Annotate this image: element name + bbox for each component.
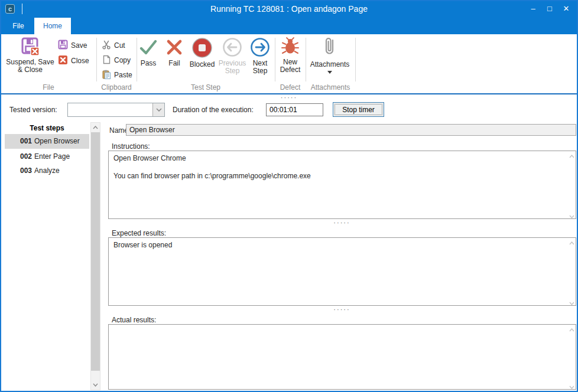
- scroll-up-hint-icon[interactable]: [569, 325, 574, 334]
- tested-version-combobox[interactable]: [67, 103, 165, 117]
- step-detail-panel: Name: Instructions: Open Browser Chrome …: [107, 122, 577, 391]
- tested-version-label: Tested version:: [9, 106, 57, 114]
- close-window-button[interactable]: ✕: [558, 0, 574, 18]
- suspend-save-close-button[interactable]: Suspend, Save & Close: [5, 37, 56, 74]
- expected-results-label: Expected results:: [112, 229, 166, 237]
- fail-x-icon: [164, 51, 185, 60]
- save-button[interactable]: Save: [58, 40, 87, 51]
- test-steps-title: Test steps: [5, 124, 89, 132]
- instructions-textarea[interactable]: Open Browser Chrome You can find browser…: [108, 151, 576, 219]
- step-item-002[interactable]: 002Enter Page: [5, 149, 89, 164]
- previous-arrow-icon: [222, 51, 243, 60]
- titlebar: c Running TC 128081 : Open andagon Page …: [0, 0, 578, 18]
- copy-button[interactable]: Copy: [102, 55, 131, 66]
- step-item-003[interactable]: 003Analyze: [5, 164, 89, 178]
- paste-icon: [102, 70, 111, 81]
- close-label: Close: [71, 57, 89, 65]
- group-separator: [355, 38, 356, 81]
- splitter-dots-icon[interactable]: ·····: [107, 220, 577, 226]
- window-title: Running TC 128081 : Open andagon Page: [0, 0, 578, 18]
- cut-icon: [102, 40, 111, 51]
- close-icon: [58, 55, 68, 67]
- group-separator: [96, 38, 97, 81]
- minimize-button[interactable]: –: [525, 0, 541, 18]
- step-label: Open Browser: [34, 137, 80, 145]
- group-separator: [306, 38, 306, 81]
- cut-label: Cut: [114, 41, 125, 50]
- clipboard-group-label: Clipboard: [97, 83, 136, 92]
- maximize-button[interactable]: □: [541, 0, 558, 18]
- step-number: 001: [20, 137, 32, 145]
- actual-results-label: Actual results:: [112, 316, 156, 324]
- cut-button[interactable]: Cut: [102, 40, 125, 51]
- previous-step-button: Previous Step: [217, 37, 247, 75]
- splitter-dots-icon[interactable]: ·····: [1, 94, 577, 100]
- blocked-stop-icon: [191, 53, 213, 61]
- duration-label: Duration of the execution:: [173, 106, 254, 114]
- teststep-group-label: Test Step: [137, 83, 274, 92]
- test-steps-panel: Test steps 001Open Browser 002Enter Page…: [5, 122, 100, 391]
- new-defect-button[interactable]: New Defect: [276, 37, 304, 74]
- next-step-label-2: Step: [247, 67, 273, 75]
- tab-home[interactable]: Home: [34, 18, 71, 34]
- fail-button[interactable]: Fail: [162, 37, 187, 67]
- expected-results-textarea[interactable]: Browser is opened: [108, 237, 576, 306]
- step-item-001[interactable]: 001Open Browser: [5, 134, 89, 149]
- defect-group-label: Defect: [275, 83, 305, 92]
- scroll-up-icon[interactable]: [91, 123, 100, 132]
- main-area: Test steps 001Open Browser 002Enter Page…: [1, 122, 577, 391]
- scroll-down-icon[interactable]: [91, 380, 100, 390]
- next-arrow-icon: [249, 51, 271, 60]
- fail-label: Fail: [162, 60, 187, 67]
- scroll-down-hint-icon[interactable]: [569, 212, 574, 220]
- combo-dropdown-button[interactable]: [152, 103, 164, 116]
- duration-input[interactable]: [266, 103, 323, 116]
- chevron-down-icon: [156, 108, 162, 112]
- attachments-group-label: Attachments: [306, 83, 355, 92]
- pass-check-icon: [138, 51, 159, 60]
- scroll-down-hint-icon[interactable]: [569, 299, 574, 307]
- scroll-up-hint-icon[interactable]: [569, 239, 574, 247]
- group-separator: [275, 38, 275, 81]
- new-defect-label-2: Defect: [276, 66, 304, 74]
- bug-icon: [280, 50, 300, 58]
- blocked-label: Blocked: [187, 61, 217, 68]
- paste-label: Paste: [114, 71, 132, 79]
- pass-label: Pass: [135, 60, 162, 67]
- scrollbar-thumb[interactable]: [91, 132, 100, 371]
- step-label: Enter Page: [34, 152, 70, 161]
- previous-step-label-2: Step: [217, 67, 247, 75]
- suspend-save-close-label-2: & Close: [5, 66, 56, 74]
- paste-button[interactable]: Paste: [102, 70, 132, 80]
- ribbon: Suspend, Save & Close Save Close: [1, 34, 577, 94]
- save-label: Save: [71, 41, 87, 50]
- attachments-label: Attachments: [307, 61, 353, 68]
- next-step-button[interactable]: Next Step: [247, 37, 273, 75]
- paperclip-icon: [320, 53, 340, 61]
- file-group-label: File: [1, 83, 96, 92]
- save-icon: [58, 40, 68, 51]
- close-button[interactable]: Close: [58, 55, 89, 66]
- suspend-save-icon: [20, 50, 40, 58]
- step-name-input[interactable]: [126, 124, 576, 136]
- step-number: 003: [20, 166, 32, 175]
- tab-file[interactable]: File: [5, 18, 32, 34]
- actual-results-textarea[interactable]: [108, 324, 576, 390]
- step-number: 002: [20, 152, 32, 161]
- attachments-button[interactable]: Attachments: [307, 35, 353, 74]
- execution-bar: ····· Tested version: Duration of the ex…: [1, 94, 577, 122]
- stop-timer-button[interactable]: Stop timer: [333, 102, 384, 117]
- instructions-label: Instructions:: [112, 142, 150, 151]
- step-label: Analyze: [34, 166, 60, 175]
- pass-button[interactable]: Pass: [135, 37, 162, 67]
- ribbon-tab-row: File Home: [0, 18, 578, 34]
- steps-scrollbar[interactable]: [90, 122, 100, 390]
- attachments-dropdown-icon[interactable]: [327, 71, 332, 74]
- copy-icon: [102, 55, 111, 66]
- scroll-up-hint-icon[interactable]: [569, 152, 574, 160]
- scroll-down-hint-icon[interactable]: [569, 383, 574, 391]
- copy-label: Copy: [114, 56, 131, 64]
- blocked-button[interactable]: Blocked: [187, 37, 217, 68]
- splitter-dots-icon[interactable]: ·····: [107, 306, 577, 312]
- app-window: c Running TC 128081 : Open andagon Page …: [0, 0, 578, 392]
